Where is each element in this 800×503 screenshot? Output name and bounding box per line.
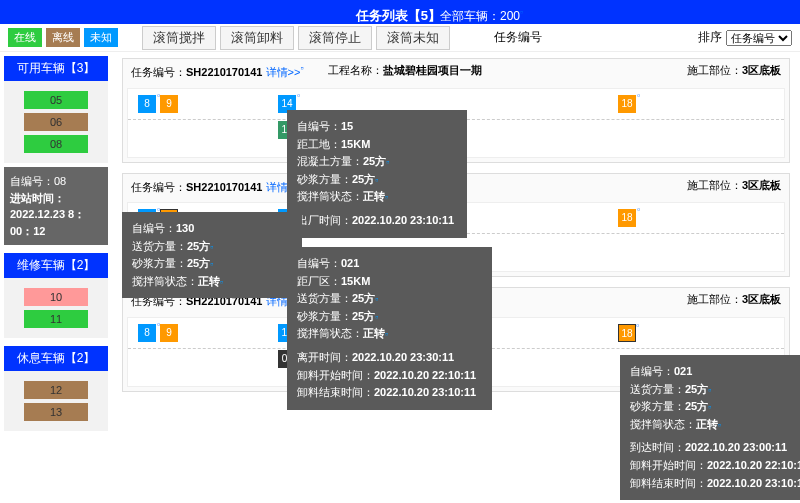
veh-chip[interactable]: 12 [24, 381, 88, 399]
veh-chip[interactable]: 08 [24, 135, 88, 153]
repair-header: 维修车辆【2】 [4, 253, 108, 278]
veh-slot[interactable]: 8▫ [138, 95, 156, 113]
veh-slot[interactable]: 18▫ [618, 95, 636, 113]
detail-link[interactable]: 详情>> [266, 66, 301, 78]
veh-chip[interactable]: 05 [24, 91, 88, 109]
top-bar: 任务列表【5】▫ 全部车辆：200▫ [0, 0, 800, 24]
tooltip-veh130: 自编号：130 送货方量：25方▫ 砂浆方量：25方▫ 搅拌筒状态：正转▫ [122, 212, 302, 298]
veh-slot[interactable]: 18▫ [618, 209, 636, 227]
title: 任务列表【5】 [356, 8, 441, 23]
veh-chip[interactable]: 13 [24, 403, 88, 421]
avail-header: 可用车辆【3】 [4, 56, 108, 81]
status-offline[interactable]: 离线 [46, 28, 80, 47]
sort-label: 排序 [698, 29, 722, 46]
drum-unload[interactable]: 滚筒卸料 [220, 26, 294, 50]
veh-slot[interactable]: 9 [160, 95, 178, 113]
veh-chip[interactable]: 11 [24, 310, 88, 328]
rest-header: 休息车辆【2】 [4, 346, 108, 371]
drum-stop[interactable]: 滚筒停止 [298, 26, 372, 50]
sidebar: 可用车辆【3】 05 06 08 自编号：08 进站时间： 2022.12.23… [0, 52, 112, 503]
content: 任务编号：SH2210170141 详情>>▫ 工程名称：盐城碧桂园项目一期 施… [112, 52, 800, 503]
tooltip-veh15: 自编号：15 距工地：15KM 混凝土方量：25方▫ 砂浆方量：25方▫ 搅拌筒… [287, 110, 467, 238]
sort-select[interactable]: 任务编号 [726, 30, 792, 46]
veh-slot[interactable]: 8▫ [138, 324, 156, 342]
filter-bar: 在线 离线 未知 滚筒搅拌 滚筒卸料 滚筒停止 滚筒未知 任务编号 排序 任务编… [0, 24, 800, 52]
all-vehicles: 全部车辆：200▫ [440, 0, 523, 28]
tooltip-veh021b: 自编号：021 送货方量：25方▫ 砂浆方量：25方▫ 搅拌筒状态：正转▫ 到达… [620, 355, 800, 500]
tooltip-veh021a: 自编号：021 距厂区：15KM 送货方量：25方▫ 砂浆方量：25方▫ 搅拌筒… [287, 247, 492, 410]
drum-unknown[interactable]: 滚筒未知 [376, 26, 450, 50]
veh-chip[interactable]: 06 [24, 113, 88, 131]
avail-info: 自编号：08 进站时间： 2022.12.23 8：00：12 [4, 167, 108, 245]
veh-chip[interactable]: 10 [24, 288, 88, 306]
task-id-label: 任务编号 [494, 29, 542, 46]
status-unknown[interactable]: 未知 [84, 28, 118, 47]
veh-slot[interactable]: 18▫ [618, 324, 636, 342]
sort-box: 排序 任务编号 [698, 29, 792, 46]
status-online[interactable]: 在线 [8, 28, 42, 47]
drum-mix[interactable]: 滚筒搅拌 [142, 26, 216, 50]
veh-slot[interactable]: 9 [160, 324, 178, 342]
